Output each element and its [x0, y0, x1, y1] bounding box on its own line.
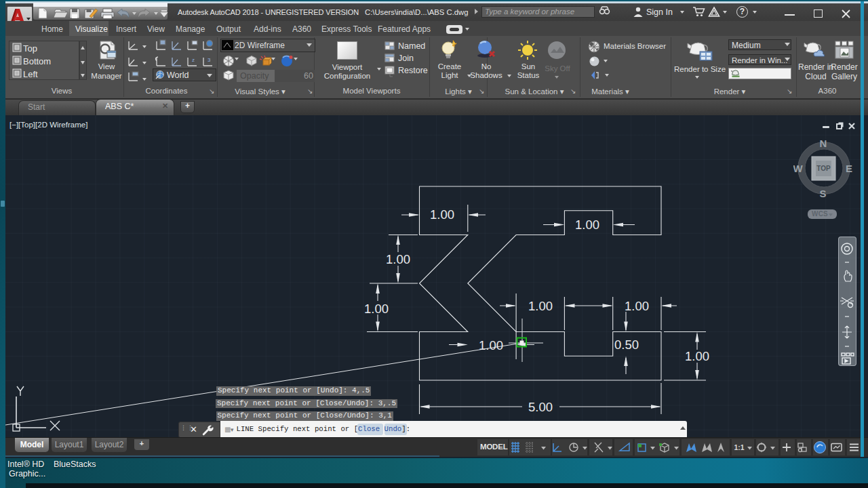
svg-text:1.00: 1.00 — [625, 299, 649, 313]
svg-text:1.00: 1.00 — [364, 302, 389, 316]
svg-text:1.00: 1.00 — [386, 252, 410, 266]
svg-text:1.00: 1.00 — [479, 338, 503, 352]
svg-text:1.00: 1.00 — [430, 207, 454, 222]
svg-text:E: E — [846, 163, 852, 174]
svg-text:0.50: 0.50 — [614, 338, 639, 352]
svg-text:1.00: 1.00 — [685, 349, 709, 363]
svg-text:1.00: 1.00 — [528, 299, 553, 313]
svg-text:1.00: 1.00 — [575, 218, 599, 232]
svg-text:W: W — [793, 163, 803, 174]
svg-text:5.00: 5.00 — [528, 400, 553, 414]
svg-text:N: N — [820, 138, 827, 149]
svg-text:S: S — [819, 188, 826, 199]
svg-text:1:1: 1:1 — [734, 443, 744, 451]
svg-text:TOP: TOP — [816, 165, 831, 172]
